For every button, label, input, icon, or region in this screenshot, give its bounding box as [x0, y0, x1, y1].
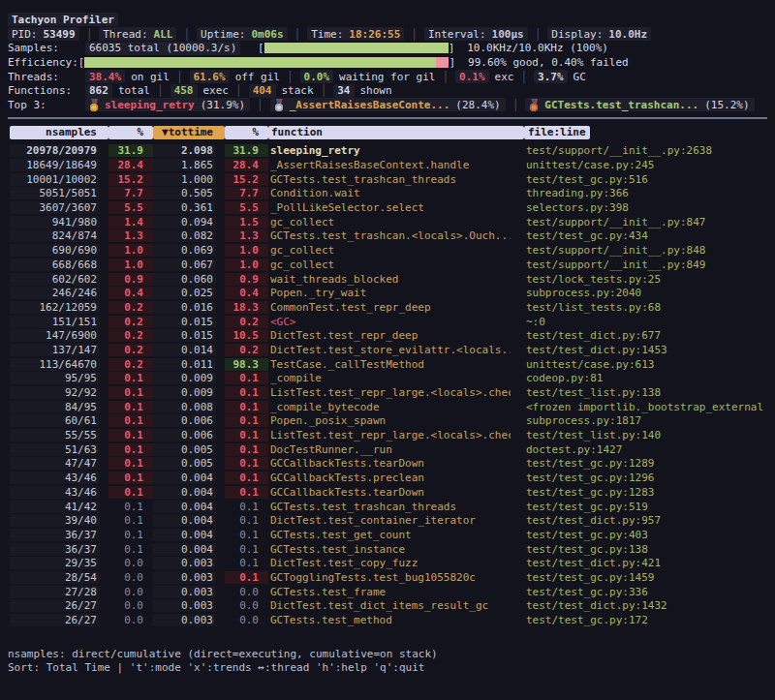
table-row[interactable]: 162/120590.20.01618.3CommonTest.test_rep…: [10, 300, 767, 315]
cell-cumulative-pct: 1.5: [225, 216, 268, 228]
cell-tottime: 1.000: [153, 173, 225, 186]
threads-line: Threads:38.4%on gil61.6%off gil0.0%waiti…: [8, 70, 767, 84]
table-row[interactable]: 26/270.00.0030.0DictTest.test_dict_items…: [10, 599, 767, 614]
functions-stat-text: total: [118, 84, 150, 97]
cell-direct-pct: 0.1: [108, 543, 153, 556]
threads-stat-item: 0.0%waiting for gil: [300, 70, 436, 83]
cell-file-line: test/list_tests.py:68: [524, 301, 767, 314]
top3-item-bronze[interactable]: GCTests.test_trashcan...(15.2%): [525, 98, 754, 111]
cell-tottime: 0.009: [153, 386, 225, 399]
cell-file-line: codeop.py:81: [524, 372, 767, 384]
cell-direct-pct: 0.2: [108, 301, 153, 314]
table-row[interactable]: 246/2460.40.0250.4Popen._try_waitsubproc…: [10, 286, 767, 300]
cell-cumulative-pct: 0.4: [225, 287, 268, 299]
cell-nsamples: 18649/18649: [10, 159, 108, 171]
cell-tottime: 0.006: [153, 429, 225, 441]
cell-nsamples: 43/46: [10, 486, 108, 499]
separator-icon: [512, 99, 519, 111]
separator-rule: [8, 117, 767, 119]
table-row[interactable]: 41/420.10.0040.1GCTests.test_trashcan_th…: [10, 500, 767, 514]
cell-tottime: 0.004: [153, 543, 225, 556]
cell-nsamples: 29/35: [10, 557, 108, 569]
cell-direct-pct: 1.3: [108, 229, 153, 242]
top3-item-gold[interactable]: sleeping_retry(31.9%): [85, 98, 250, 111]
table-row[interactable]: 602/6020.90.0600.9wait_threads_blockedte…: [10, 272, 767, 287]
table-row[interactable]: 95/950.10.0090.1_compilecodeop.py:81: [10, 372, 767, 386]
top3-percent: (15.2%): [704, 99, 749, 111]
cell-cumulative-pct: 0.1: [225, 429, 268, 441]
table-row[interactable]: 43/460.10.0040.1GCCallbackTests.tearDown…: [10, 485, 767, 500]
table-row[interactable]: 92/920.10.0090.1ListTest.test_repr_large…: [10, 385, 767, 400]
table-row[interactable]: 47/470.10.0050.1GCCallbackTests.tearDown…: [10, 457, 767, 472]
cell-cumulative-pct: 0.1: [225, 414, 268, 427]
separator-icon: [176, 71, 183, 83]
table-row[interactable]: 824/8741.30.0821.3GCTests.test_trashcan.…: [10, 229, 767, 244]
cell-function: _compile_bytecode: [268, 401, 524, 413]
cell-file-line: test/support/__init__.py:847: [524, 216, 767, 228]
table-row[interactable]: 43/460.10.0040.1GCCallbackTests.preclean…: [10, 471, 767, 485]
column-header-nsamples[interactable]: nsamples: [10, 126, 108, 139]
cell-function: DocTestRunner.__run: [268, 443, 524, 456]
column-header-function[interactable]: function: [268, 126, 524, 139]
cell-function: CommonTest.test_repr_deep: [268, 301, 524, 314]
table-row[interactable]: 151/1510.20.0150.2<GC>~:0: [10, 315, 767, 329]
table-row[interactable]: 20978/2097931.92.09831.9sleeping_retryte…: [10, 144, 767, 159]
table-row[interactable]: 10001/1000215.21.00015.2GCTests.test_tra…: [10, 172, 767, 187]
separator-icon: [535, 28, 542, 41]
status-segment-interval: Interval:100μs: [424, 27, 528, 41]
efficiency-bar-failed: [436, 57, 449, 68]
cell-cumulative-pct: 0.0: [225, 586, 268, 598]
table-row[interactable]: 27/280.00.0030.0GCTests.test_frametest/t…: [10, 585, 767, 599]
cell-direct-pct: 0.1: [108, 443, 153, 456]
functions-stat-text: exec: [203, 84, 230, 97]
cell-cumulative-pct: 10.5: [225, 329, 268, 342]
column-header-tottime-sorted[interactable]: ▼tottime: [153, 126, 225, 139]
status-label: Uptime:: [201, 28, 245, 41]
table-row[interactable]: 28/540.00.0030.1GCTogglingTests.test_bug…: [10, 570, 767, 585]
cell-file-line: unittest/case.py:245: [524, 159, 767, 171]
table-row[interactable]: 668/6681.00.0671.0gc_collecttest/support…: [10, 258, 767, 272]
cell-direct-pct: 15.2: [108, 173, 153, 186]
column-header-cumulative-pct[interactable]: %: [225, 126, 268, 139]
cell-cumulative-pct: 0.2: [225, 316, 268, 328]
table-row[interactable]: 941/9801.40.0941.5gc_collecttest/support…: [10, 215, 767, 229]
table-row[interactable]: 84/950.10.0080.1_compile_bytecode<frozen…: [10, 400, 767, 414]
samples-progress-bar: [264, 43, 449, 53]
table-row[interactable]: 113/646700.20.01198.3TestCase._callTestM…: [10, 357, 767, 372]
cell-direct-pct: 0.0: [108, 571, 153, 584]
top3-item-silver[interactable]: _AssertRaisesBaseConte...(28.4%): [270, 98, 506, 111]
cell-direct-pct: 0.2: [108, 316, 153, 328]
bar-open-bracket: [: [78, 56, 85, 69]
cell-tottime: 0.015: [153, 329, 225, 342]
column-header-file-line[interactable]: file:line: [524, 126, 590, 139]
cell-function: GCTests.test_frame: [268, 586, 524, 598]
cell-function: GCTests.test_method: [268, 614, 524, 626]
table-row[interactable]: 29/350.00.0030.1DictTest.test_copy_fuzzt…: [10, 556, 767, 570]
table-row[interactable]: 690/6901.00.0691.0gc_collecttest/support…: [10, 243, 767, 258]
separator-icon: [183, 28, 190, 41]
silver-medal-icon: [275, 99, 284, 111]
cell-nsamples: 36/37: [10, 543, 108, 556]
table-row[interactable]: 3607/36075.50.3615.5_PollLikeSelector.se…: [10, 200, 767, 215]
separator-icon: [235, 84, 242, 97]
cell-function: DictTest.test_repr_deep: [268, 329, 524, 342]
table-row[interactable]: 26/270.00.0030.0GCTests.test_methodtest/…: [10, 613, 767, 627]
table-row[interactable]: 39/400.10.0040.1DictTest.test_container_…: [10, 513, 767, 528]
table-row[interactable]: 147/69000.20.01510.5DictTest.test_repr_d…: [10, 328, 767, 343]
cell-cumulative-pct: 31.9: [225, 144, 268, 157]
table-row[interactable]: 18649/1864928.41.86528.4_AssertRaisesBas…: [10, 158, 767, 172]
table-row[interactable]: 55/550.10.0060.1ListTest.test_repr_large…: [10, 428, 767, 442]
table-row[interactable]: 60/610.10.0060.1Popen._posix_spawnsubpro…: [10, 414, 767, 429]
column-header-direct-pct[interactable]: %: [108, 126, 153, 139]
table-row[interactable]: 36/370.10.0040.1GCTests.test_get_countte…: [10, 528, 767, 542]
cell-tottime: 0.011: [153, 358, 225, 371]
table-row[interactable]: 51/630.10.0050.1DocTestRunner.__rundocte…: [10, 442, 767, 457]
cell-nsamples: 28/54: [10, 571, 108, 584]
table-row[interactable]: 5051/50517.70.5057.7Condition.waitthread…: [10, 187, 767, 201]
cell-cumulative-pct: 0.1: [225, 486, 268, 499]
samples-label: Samples:: [8, 42, 85, 54]
table-row[interactable]: 137/1470.20.0140.2DictTest.test_store_ev…: [10, 343, 767, 357]
cell-nsamples: 151/151: [10, 316, 108, 328]
table-row[interactable]: 36/370.10.0040.1GCTests.test_instancetes…: [10, 542, 767, 557]
cell-function: ListTest.test_repr_large.<locals>.check: [268, 429, 524, 441]
